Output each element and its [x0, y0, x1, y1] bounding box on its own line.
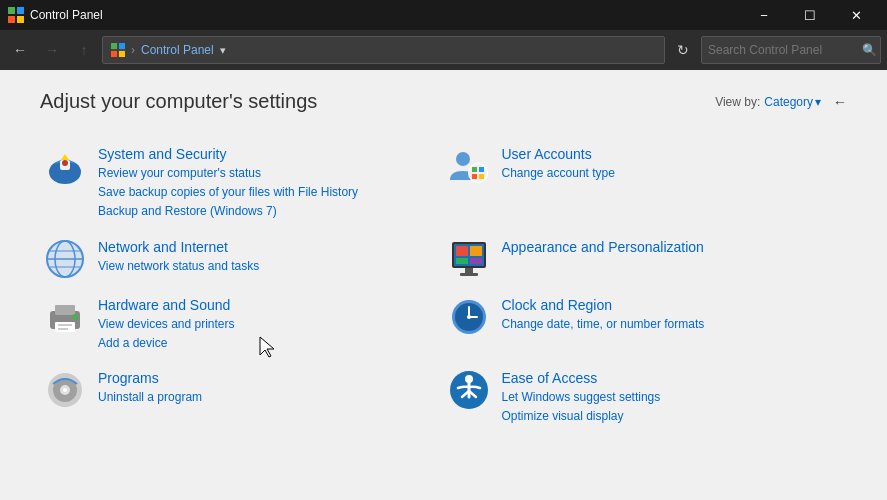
title-bar-left: Control Panel: [8, 7, 103, 23]
back-button[interactable]: ←: [6, 36, 34, 64]
programs-icon: [44, 369, 86, 411]
viewby-label: View by:: [715, 95, 760, 109]
svg-point-23: [47, 241, 83, 277]
svg-rect-1: [17, 7, 24, 14]
svg-rect-6: [111, 51, 117, 57]
svg-rect-14: [472, 167, 477, 172]
app-icon: [8, 7, 24, 23]
svg-point-42: [467, 315, 471, 319]
system-security-link-1[interactable]: Review your computer's status: [98, 164, 440, 183]
svg-rect-3: [17, 16, 24, 23]
svg-rect-4: [111, 43, 117, 49]
refresh-button[interactable]: ↻: [669, 36, 697, 64]
hardware-sound-text: Hardware and Sound View devices and prin…: [98, 296, 440, 353]
system-security-text: System and Security Review your computer…: [98, 145, 440, 222]
svg-point-13: [469, 164, 487, 182]
forward-button[interactable]: →: [38, 36, 66, 64]
categories-grid: System and Security Review your computer…: [40, 137, 847, 434]
user-accounts-title[interactable]: User Accounts: [502, 146, 592, 162]
user-accounts-text: User Accounts Change account type: [502, 145, 844, 183]
ease-of-access-text: Ease of Access Let Windows suggest setti…: [502, 369, 844, 426]
user-accounts-link-1[interactable]: Change account type: [502, 164, 844, 183]
appearance-title[interactable]: Appearance and Personalization: [502, 239, 704, 255]
svg-point-35: [72, 314, 78, 320]
breadcrumb: › Control Panel ▾: [102, 36, 665, 64]
programs-link-1[interactable]: Uninstall a program: [98, 388, 440, 407]
svg-rect-16: [472, 174, 477, 179]
svg-rect-0: [8, 7, 15, 14]
svg-rect-30: [465, 268, 473, 273]
hardware-sound-link-2[interactable]: Add a device: [98, 334, 440, 353]
title-bar: Control Panel − ☐ ✕: [0, 0, 887, 30]
category-ease-of-access: Ease of Access Let Windows suggest setti…: [444, 361, 848, 434]
system-security-icon: [44, 145, 86, 187]
system-security-link-3[interactable]: Backup and Restore (Windows 7): [98, 202, 440, 221]
category-hardware-sound: Hardware and Sound View devices and prin…: [40, 288, 444, 361]
svg-rect-36: [58, 324, 72, 326]
network-internet-title[interactable]: Network and Internet: [98, 239, 228, 255]
ease-of-access-link-1[interactable]: Let Windows suggest settings: [502, 388, 844, 407]
svg-rect-37: [58, 328, 68, 330]
svg-rect-34: [55, 322, 75, 332]
title-bar-controls: − ☐ ✕: [741, 0, 879, 30]
svg-rect-17: [479, 174, 484, 179]
viewby-dropdown[interactable]: Category ▾: [764, 95, 821, 109]
system-security-title[interactable]: System and Security: [98, 146, 226, 162]
breadcrumb-icon: [111, 43, 125, 57]
network-internet-link-1[interactable]: View network status and tasks: [98, 257, 440, 276]
breadcrumb-control-panel[interactable]: Control Panel: [141, 43, 214, 57]
up-button[interactable]: ↑: [70, 36, 98, 64]
clock-region-title[interactable]: Clock and Region: [502, 297, 613, 313]
clock-region-icon: [448, 296, 490, 338]
ease-of-access-icon: [448, 369, 490, 411]
arrow-indicator: ←: [833, 94, 847, 110]
svg-rect-31: [460, 273, 478, 276]
viewby-container: View by: Category ▾ ←: [715, 94, 847, 110]
user-accounts-icon: [448, 145, 490, 187]
category-network-internet: Network and Internet View network status…: [40, 230, 444, 288]
svg-rect-29: [470, 258, 482, 264]
svg-rect-2: [8, 16, 15, 23]
appearance-text: Appearance and Personalization: [502, 238, 844, 257]
category-system-security: System and Security Review your computer…: [40, 137, 444, 230]
svg-rect-26: [456, 246, 468, 256]
hardware-sound-title[interactable]: Hardware and Sound: [98, 297, 230, 313]
svg-point-10: [62, 160, 68, 166]
appearance-icon: [448, 238, 490, 280]
address-bar: ← → ↑ › Control Panel ▾ ↻ 🔍: [0, 30, 887, 70]
page-title: Adjust your computer's settings: [40, 90, 317, 113]
svg-point-11: [456, 152, 470, 166]
window-title: Control Panel: [30, 8, 103, 22]
ease-of-access-title[interactable]: Ease of Access: [502, 370, 598, 386]
network-internet-icon: [44, 238, 86, 280]
programs-title[interactable]: Programs: [98, 370, 159, 386]
clock-region-link-1[interactable]: Change date, time, or number formats: [502, 315, 844, 334]
search-input[interactable]: [708, 43, 858, 57]
search-box: 🔍: [701, 36, 881, 64]
content-area: Adjust your computer's settings View by:…: [0, 70, 887, 500]
viewby-chevron-icon: ▾: [815, 95, 821, 109]
search-icon[interactable]: 🔍: [862, 43, 877, 57]
network-internet-text: Network and Internet View network status…: [98, 238, 440, 276]
svg-rect-5: [119, 43, 125, 49]
breadcrumb-separator: ›: [131, 43, 135, 57]
breadcrumb-dropdown-button[interactable]: ▾: [220, 44, 226, 57]
category-programs: Programs Uninstall a program: [40, 361, 444, 434]
svg-rect-27: [470, 246, 482, 256]
hardware-sound-icon: [44, 296, 86, 338]
svg-rect-28: [456, 258, 468, 264]
viewby-value: Category: [764, 95, 813, 109]
minimize-button[interactable]: −: [741, 0, 787, 30]
programs-text: Programs Uninstall a program: [98, 369, 440, 407]
category-user-accounts: User Accounts Change account type: [444, 137, 848, 230]
svg-rect-33: [55, 305, 75, 315]
content-header: Adjust your computer's settings View by:…: [40, 90, 847, 113]
hardware-sound-link-1[interactable]: View devices and printers: [98, 315, 440, 334]
maximize-button[interactable]: ☐: [787, 0, 833, 30]
close-button[interactable]: ✕: [833, 0, 879, 30]
clock-region-text: Clock and Region Change date, time, or n…: [502, 296, 844, 334]
system-security-link-2[interactable]: Save backup copies of your files with Fi…: [98, 183, 440, 202]
svg-point-46: [63, 388, 67, 392]
svg-rect-15: [479, 167, 484, 172]
ease-of-access-link-2[interactable]: Optimize visual display: [502, 407, 844, 426]
